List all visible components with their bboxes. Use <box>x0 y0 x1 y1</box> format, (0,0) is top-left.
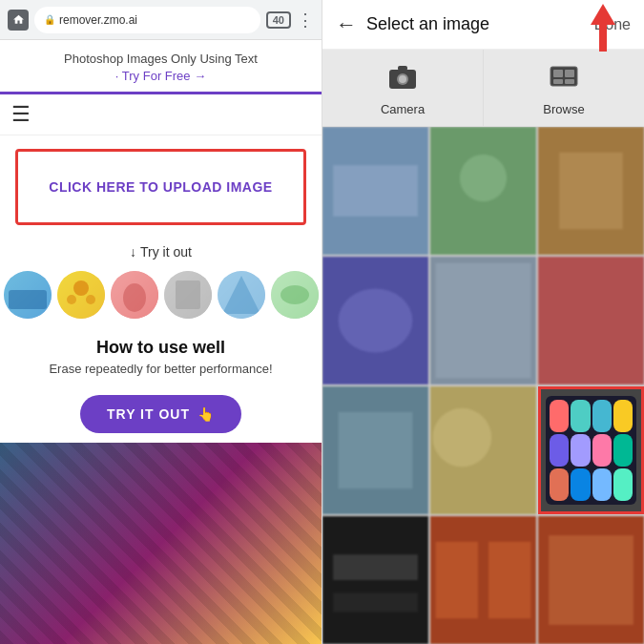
svg-point-13 <box>280 285 309 304</box>
svg-rect-34 <box>436 263 531 379</box>
svg-rect-15 <box>599 23 607 52</box>
back-arrow-icon[interactable]: ← <box>336 12 357 37</box>
home-icon[interactable] <box>8 10 29 31</box>
banner-text: Photoshop Images Only Using Text <box>64 52 258 66</box>
hand-icon: 👆 <box>197 406 215 422</box>
svg-rect-30 <box>559 153 623 229</box>
svg-point-18 <box>399 75 406 83</box>
svg-rect-26 <box>333 165 418 217</box>
upload-box[interactable]: CLICK HERE TO UPLOAD IMAGE <box>15 149 306 225</box>
sample-circle-5[interactable] <box>218 271 265 319</box>
circles-row <box>0 265 322 330</box>
sample-circle-1[interactable] <box>4 271 52 319</box>
banner-link[interactable]: · Try For Free → <box>115 69 206 83</box>
svg-rect-43 <box>333 592 418 612</box>
grid-cell-8[interactable] <box>430 386 536 514</box>
svg-rect-35 <box>538 257 644 384</box>
browse-option[interactable]: Browse <box>484 50 644 126</box>
grid-cell-4[interactable] <box>322 257 428 384</box>
left-panel: 🔒 remover.zmo.ai 40 ⋮ Photoshop Images O… <box>0 0 322 644</box>
arrow-down-icon: ↓ <box>130 244 136 260</box>
media-options-row: Camera Browse <box>322 50 644 127</box>
svg-rect-19 <box>398 66 407 71</box>
svg-point-28 <box>460 155 507 201</box>
svg-rect-38 <box>339 412 413 488</box>
red-arrow-container <box>589 4 617 52</box>
svg-point-7 <box>123 283 146 312</box>
grid-cell-12[interactable] <box>538 516 644 644</box>
url-bar[interactable]: 🔒 remover.zmo.ai <box>34 7 260 33</box>
svg-point-40 <box>433 408 492 467</box>
svg-rect-21 <box>553 70 563 77</box>
bottom-decorative-strip <box>0 443 322 644</box>
try-it-label: Try it out <box>140 244 192 260</box>
try-it-text: ↓ Try it out <box>0 239 322 265</box>
svg-rect-23 <box>553 79 563 84</box>
nav-bar: ☰ <box>0 94 322 135</box>
grid-cell-tablet-selected[interactable] <box>538 386 644 514</box>
red-arrow-icon <box>589 4 617 52</box>
sample-circle-6[interactable] <box>271 271 319 319</box>
svg-rect-48 <box>549 535 634 625</box>
camera-option[interactable]: Camera <box>322 50 484 126</box>
browser-bar: 🔒 remover.zmo.ai 40 ⋮ <box>0 0 322 40</box>
how-to-desc: Erase repeatedly for better performance! <box>15 362 306 376</box>
image-grid <box>322 127 644 644</box>
svg-marker-14 <box>591 4 615 25</box>
upload-box-text: CLICK HERE TO UPLOAD IMAGE <box>49 179 272 195</box>
grid-cell-6[interactable] <box>538 257 644 384</box>
tab-count[interactable]: 40 <box>266 11 291 29</box>
try-it-out-button[interactable]: TRY IT OUT 👆 <box>80 395 241 433</box>
browser-menu-icon[interactable]: ⋮ <box>297 10 314 31</box>
camera-icon <box>388 63 417 96</box>
grid-cell-10[interactable] <box>322 516 428 644</box>
try-button-label: TRY IT OUT <box>107 406 190 422</box>
svg-rect-9 <box>176 280 200 309</box>
grid-cell-3[interactable] <box>538 127 644 255</box>
hamburger-menu[interactable]: ☰ <box>11 102 31 126</box>
how-to-section: How to use well Erase repeatedly for bet… <box>0 330 322 385</box>
grid-cell-5[interactable] <box>430 257 536 384</box>
svg-point-5 <box>86 295 95 304</box>
svg-rect-22 <box>565 70 574 77</box>
svg-rect-1 <box>9 290 47 309</box>
right-panel: ← Select an image Done Camera <box>322 0 644 644</box>
svg-rect-46 <box>488 542 530 618</box>
sample-circle-4[interactable] <box>164 271 212 319</box>
svg-point-4 <box>67 295 76 304</box>
how-to-title: How to use well <box>15 338 306 358</box>
right-title: Select an image <box>366 14 594 34</box>
sample-circle-3[interactable] <box>111 271 158 319</box>
svg-point-32 <box>339 289 413 353</box>
svg-rect-42 <box>333 554 418 580</box>
svg-rect-45 <box>436 542 478 618</box>
banner-strip: Photoshop Images Only Using Text · Try F… <box>0 40 322 94</box>
svg-point-3 <box>73 280 89 296</box>
url-text: remover.zmo.ai <box>59 13 137 27</box>
lock-icon: 🔒 <box>44 14 55 25</box>
try-button-section: TRY IT OUT 👆 <box>0 385 322 443</box>
svg-rect-24 <box>565 79 574 84</box>
grid-cell-2[interactable] <box>430 127 536 255</box>
tablet-display <box>546 396 635 505</box>
grid-cell-1[interactable] <box>322 127 428 255</box>
browse-icon <box>550 63 578 96</box>
grid-cell-7[interactable] <box>322 386 428 514</box>
camera-label: Camera <box>381 102 425 116</box>
sample-circle-2[interactable] <box>57 271 105 319</box>
browse-label: Browse <box>543 102 584 116</box>
grid-cell-11[interactable] <box>430 516 536 644</box>
upload-section: CLICK HERE TO UPLOAD IMAGE <box>0 135 322 239</box>
